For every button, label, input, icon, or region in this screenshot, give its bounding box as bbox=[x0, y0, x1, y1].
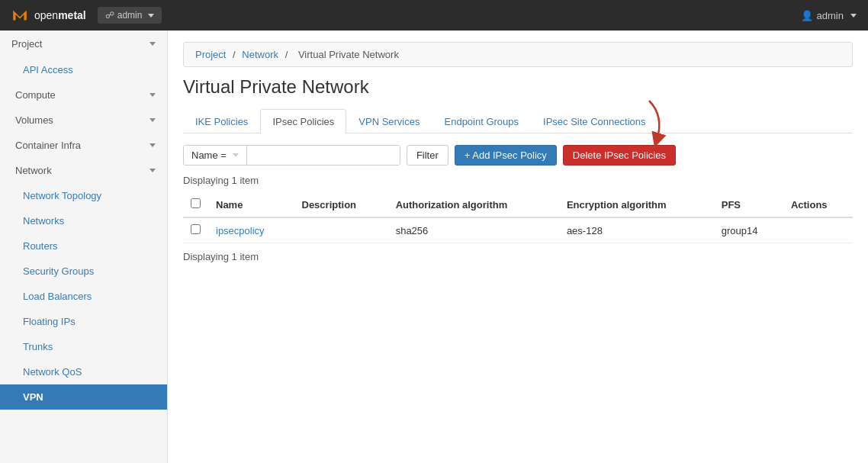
sidebar-item-network-qos[interactable]: Network QoS bbox=[0, 359, 167, 384]
sidebar-item-api-access[interactable]: API Access bbox=[0, 57, 167, 82]
ipsecpolicy-link[interactable]: ipsecpolicy bbox=[216, 225, 265, 236]
breadcrumb-network[interactable]: Network bbox=[242, 49, 278, 60]
volumes-chevron-icon bbox=[149, 118, 156, 122]
toolbar: Name = Filter + Add IPsec Policy Del bbox=[183, 145, 853, 166]
brand-open: open bbox=[34, 9, 58, 21]
sidebar-item-network-topology[interactable]: Network Topology bbox=[0, 183, 167, 208]
table-header-actions: Actions bbox=[783, 192, 853, 217]
row-actions-cell bbox=[783, 217, 853, 243]
table-header-pfs: PFS bbox=[714, 192, 783, 217]
breadcrumb: Project / Network / Virtual Private Netw… bbox=[183, 42, 853, 67]
delete-ipsec-policies-button[interactable]: Delete IPsec Policies bbox=[563, 145, 676, 166]
name-filter-control[interactable]: Name = bbox=[183, 145, 400, 166]
add-ipsec-policy-button[interactable]: + Add IPsec Policy bbox=[455, 145, 557, 166]
row-enc-algorithm-cell: aes-128 bbox=[559, 217, 714, 243]
user-label: admin bbox=[817, 10, 844, 21]
row-checkbox-cell bbox=[183, 217, 208, 243]
table-display-count-bottom: Displaying 1 item bbox=[183, 251, 853, 262]
filter-caret-icon bbox=[233, 153, 239, 157]
filter-button[interactable]: Filter bbox=[407, 145, 448, 166]
sidebar-item-trunks[interactable]: Trunks bbox=[0, 334, 167, 359]
brand-logo[interactable]: openmetal bbox=[11, 7, 86, 24]
row-pfs-cell: group14 bbox=[714, 217, 783, 243]
table-body: ipsecpolicy sha256 aes-128 group14 bbox=[183, 217, 853, 243]
breadcrumb-project[interactable]: Project bbox=[195, 49, 226, 60]
table-header-checkbox bbox=[183, 192, 208, 217]
tab-vpn-services[interactable]: VPN Services bbox=[346, 109, 432, 133]
delete-button-container: Delete IPsec Policies bbox=[563, 145, 676, 166]
sidebar-item-load-balancers[interactable]: Load Balancers bbox=[0, 284, 167, 309]
admin-dropdown-left[interactable]: ☍ admin bbox=[98, 7, 162, 24]
ipsec-policies-table: Name Description Authorization algorithm… bbox=[183, 192, 853, 243]
row-checkbox[interactable] bbox=[191, 224, 201, 234]
tab-ipsec-policies[interactable]: IPsec Policies bbox=[260, 109, 346, 133]
sidebar-item-networks[interactable]: Networks bbox=[0, 208, 167, 233]
sidebar-item-floating-ips[interactable]: Floating IPs bbox=[0, 309, 167, 334]
layout: Project API Access Compute Volumes Conta… bbox=[0, 31, 868, 463]
navbar-right[interactable]: 👤 admin bbox=[801, 10, 857, 21]
user-icon: 👤 bbox=[801, 10, 813, 21]
tabs: IKE Policies IPsec Policies VPN Services… bbox=[183, 109, 853, 133]
project-chevron-icon bbox=[149, 42, 156, 46]
row-auth-algorithm-cell: sha256 bbox=[388, 217, 559, 243]
admin-label-left: admin bbox=[117, 10, 143, 21]
sidebar-project-header[interactable]: Project bbox=[0, 31, 167, 57]
filter-label-text: Name = bbox=[191, 150, 227, 161]
filter-input[interactable] bbox=[247, 146, 400, 165]
compute-chevron-icon bbox=[149, 93, 156, 97]
admin-icon: ☍ bbox=[105, 10, 114, 21]
tab-ike-policies[interactable]: IKE Policies bbox=[183, 109, 260, 133]
navbar: openmetal ☍ admin 👤 admin bbox=[0, 0, 868, 31]
breadcrumb-current: Virtual Private Network bbox=[298, 49, 399, 60]
sidebar-item-routers[interactable]: Routers bbox=[0, 233, 167, 259]
sidebar-project-label: Project bbox=[11, 38, 42, 50]
sidebar-item-volumes[interactable]: Volumes bbox=[0, 108, 167, 133]
brand-text: openmetal bbox=[34, 9, 86, 21]
breadcrumb-sep2: / bbox=[285, 49, 288, 60]
table-header-description: Description bbox=[294, 192, 388, 217]
sidebar-item-container-infra[interactable]: Container Infra bbox=[0, 133, 167, 158]
sidebar: Project API Access Compute Volumes Conta… bbox=[0, 31, 168, 463]
logo-icon bbox=[11, 7, 28, 24]
row-description-cell bbox=[294, 217, 388, 243]
navbar-left: openmetal ☍ admin bbox=[11, 7, 162, 24]
admin-caret-left bbox=[148, 14, 154, 18]
select-all-checkbox[interactable] bbox=[191, 198, 201, 208]
table-header-row: Name Description Authorization algorithm… bbox=[183, 192, 853, 217]
table-header: Name Description Authorization algorithm… bbox=[183, 192, 853, 217]
table-header-auth-algorithm: Authorization algorithm bbox=[388, 192, 559, 217]
tab-endpoint-groups[interactable]: Endpoint Groups bbox=[432, 109, 532, 133]
page-title: Virtual Private Network bbox=[183, 76, 853, 98]
row-name-cell: ipsecpolicy bbox=[208, 217, 294, 243]
table-display-count-top: Displaying 1 item bbox=[183, 175, 853, 186]
user-caret bbox=[850, 14, 857, 18]
network-chevron-icon bbox=[149, 169, 156, 172]
sidebar-item-security-groups[interactable]: Security Groups bbox=[0, 259, 167, 284]
table-header-name: Name bbox=[208, 192, 294, 217]
sidebar-item-vpn[interactable]: VPN bbox=[0, 384, 167, 410]
container-infra-chevron-icon bbox=[149, 143, 156, 147]
sidebar-item-compute[interactable]: Compute bbox=[0, 82, 167, 108]
filter-label[interactable]: Name = bbox=[184, 146, 247, 165]
main-content: Project / Network / Virtual Private Netw… bbox=[168, 31, 868, 463]
table-header-enc-algorithm: Encryption algorithm bbox=[559, 192, 714, 217]
brand-metal: metal bbox=[58, 9, 86, 21]
breadcrumb-sep1: / bbox=[233, 49, 236, 60]
sidebar-item-network[interactable]: Network bbox=[0, 158, 167, 183]
table-row: ipsecpolicy sha256 aes-128 group14 bbox=[183, 217, 853, 243]
tab-ipsec-site-connections[interactable]: IPsec Site Connections bbox=[531, 109, 657, 133]
